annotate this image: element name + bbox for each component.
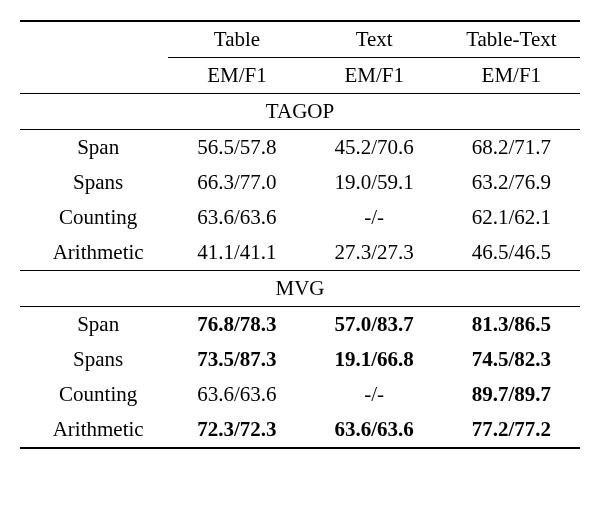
row-label: Arithmetic xyxy=(20,235,168,271)
row-label: Arithmetic xyxy=(20,412,168,448)
cell: 45.2/70.6 xyxy=(306,130,443,166)
subheader-empty xyxy=(20,58,168,94)
cell: 57.0/83.7 xyxy=(306,307,443,343)
header-table: Table xyxy=(168,21,305,58)
cell: 74.5/82.3 xyxy=(443,342,580,377)
cell: 19.0/59.1 xyxy=(306,165,443,200)
cell: 46.5/46.5 xyxy=(443,235,580,271)
row-label: Span xyxy=(20,307,168,343)
subheader-text: EM/F1 xyxy=(306,58,443,94)
cell: 73.5/87.3 xyxy=(168,342,305,377)
cell: 41.1/41.1 xyxy=(168,235,305,271)
cell: 27.3/27.3 xyxy=(306,235,443,271)
cell: 68.2/71.7 xyxy=(443,130,580,166)
subheader-table: EM/F1 xyxy=(168,58,305,94)
cell: 63.6/63.6 xyxy=(306,412,443,448)
cell: 66.3/77.0 xyxy=(168,165,305,200)
cell: 63.2/76.9 xyxy=(443,165,580,200)
row-label: Counting xyxy=(20,377,168,412)
cell: 63.6/63.6 xyxy=(168,200,305,235)
cell: 63.6/63.6 xyxy=(168,377,305,412)
cell: 19.1/66.8 xyxy=(306,342,443,377)
header-empty xyxy=(20,21,168,58)
row-label: Counting xyxy=(20,200,168,235)
cell: 72.3/72.3 xyxy=(168,412,305,448)
subheader-table-text: EM/F1 xyxy=(443,58,580,94)
cell: -/- xyxy=(306,200,443,235)
row-label: Span xyxy=(20,130,168,166)
header-table-text: Table-Text xyxy=(443,21,580,58)
section-tagop: TAGOP xyxy=(20,94,580,130)
cell: 56.5/57.8 xyxy=(168,130,305,166)
cell: 62.1/62.1 xyxy=(443,200,580,235)
row-label: Spans xyxy=(20,165,168,200)
header-text: Text xyxy=(306,21,443,58)
row-label: Spans xyxy=(20,342,168,377)
cell: -/- xyxy=(306,377,443,412)
cell: 89.7/89.7 xyxy=(443,377,580,412)
section-mvg: MVG xyxy=(20,271,580,307)
cell: 77.2/77.2 xyxy=(443,412,580,448)
results-table: Table Text Table-Text EM/F1 EM/F1 EM/F1 … xyxy=(20,20,580,449)
cell: 76.8/78.3 xyxy=(168,307,305,343)
cell: 81.3/86.5 xyxy=(443,307,580,343)
